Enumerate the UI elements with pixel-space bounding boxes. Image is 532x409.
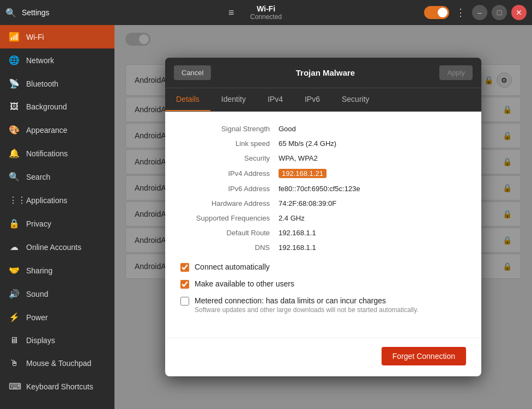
info-label-signal_strength: Signal Strength xyxy=(180,125,279,133)
dialog-footer: Forget Connection xyxy=(165,338,481,376)
info-row-hardware_address: Hardware Address 74:2F:68:08:39:0F xyxy=(180,199,466,207)
sidebar-item-mouse-touchpad[interactable]: 🖱 Mouse & Touchpad xyxy=(0,352,114,375)
sidebar-item-label: Mouse & Touchpad xyxy=(26,359,92,368)
sidebar-item-label: Keyboard Shortcuts xyxy=(26,382,93,391)
titlebar: 🔍 Settings ≡ Wi-Fi Connected ⋮ – □ ✕ xyxy=(0,0,532,25)
sidebar-item-wifi[interactable]: 📶 Wi-Fi xyxy=(0,25,114,48)
sidebar-item-label: Displays xyxy=(26,336,55,345)
titlebar-controls: ⋮ – □ ✕ xyxy=(424,4,527,21)
checkbox-label-connect-auto: Connect automatically xyxy=(195,263,270,271)
sidebar-item-background[interactable]: 🖼 Background xyxy=(0,95,114,118)
info-value-ipv4_address: 192.168.1.21 xyxy=(279,169,327,178)
dialog-body: Signal Strength Good Link speed 65 Mb/s … xyxy=(165,112,481,338)
wifi-status: Connected xyxy=(250,13,282,21)
keyboard-shortcuts-icon: ⌨ xyxy=(9,381,20,392)
sidebar-item-displays[interactable]: 🖥 Displays xyxy=(0,329,114,352)
sidebar-item-bluetooth[interactable]: 📡 Bluetooth xyxy=(0,72,114,95)
sidebar-item-label: Search xyxy=(26,173,50,181)
wifi-icon: 📶 xyxy=(9,32,20,42)
appearance-icon: 🎨 xyxy=(9,125,20,135)
online-accounts-icon: ☁ xyxy=(9,242,20,252)
sidebar-item-network[interactable]: 🌐 Network xyxy=(0,48,114,72)
sidebar-item-label: Appearance xyxy=(26,126,68,135)
applications-icon: ⋮⋮ xyxy=(9,195,20,205)
search-icon[interactable]: 🔍 xyxy=(5,8,16,18)
info-row-default_route: Default Route 192.168.1.1 xyxy=(180,229,466,237)
info-row-signal_strength: Signal Strength Good xyxy=(180,125,466,133)
dialog-cancel-button[interactable]: Cancel xyxy=(174,65,211,80)
sidebar-item-label: Notifications xyxy=(26,149,68,158)
sidebar-item-sharing[interactable]: 🤝 Sharing xyxy=(0,259,114,282)
info-value-ipv6_address: fe80::70cf:6950:cf5c:123e xyxy=(279,185,360,193)
sidebar-item-label: Privacy xyxy=(26,219,51,228)
mouse-touchpad-icon: 🖱 xyxy=(9,358,20,368)
dialog-tab-identity[interactable]: Identity xyxy=(210,88,257,111)
main-layout: 📶 Wi-Fi 🌐 Network 📡 Bluetooth 🖼 Backgrou… xyxy=(0,25,532,409)
info-row-security: Security WPA, WPA2 xyxy=(180,154,466,162)
sidebar-item-label: Sharing xyxy=(26,266,52,275)
close-button[interactable]: ✕ xyxy=(511,5,527,20)
sidebar-item-online-accounts[interactable]: ☁ Online Accounts xyxy=(0,235,114,259)
info-value-link_speed: 65 Mb/s (2.4 GHz) xyxy=(279,139,336,148)
displays-icon: 🖥 xyxy=(9,335,20,345)
sidebar-item-privacy[interactable]: 🔒 Privacy xyxy=(0,212,114,235)
minimize-button[interactable]: – xyxy=(472,5,487,20)
notifications-icon: 🔔 xyxy=(9,148,20,158)
info-value-hardware_address: 74:2F:68:08:39:0F xyxy=(279,199,336,207)
info-row-ipv4_address: IPv4 Address 192.168.1.21 xyxy=(180,169,466,178)
bluetooth-icon: 📡 xyxy=(9,78,20,89)
sidebar-item-label: Sound xyxy=(26,290,48,298)
dialog-tab-ipv4[interactable]: IPv4 xyxy=(257,88,294,111)
checkbox-metered[interactable] xyxy=(180,297,189,306)
dialog-apply-button[interactable]: Apply xyxy=(439,65,473,80)
sidebar-item-search[interactable]: 🔍 Search xyxy=(0,165,114,188)
checkbox-sublabel-metered: Software updates and other large downloa… xyxy=(195,306,419,314)
maximize-button[interactable]: □ xyxy=(492,5,507,20)
info-label-dns: DNS xyxy=(180,243,279,252)
sidebar-item-label: Bluetooth xyxy=(26,80,58,88)
wifi-toggle[interactable] xyxy=(424,6,449,19)
sidebar-item-notifications[interactable]: 🔔 Notifications xyxy=(0,142,114,165)
info-label-ipv4_address: IPv4 Address xyxy=(180,169,279,178)
dialog-overlay: Cancel Trojan Malware Apply DetailsIdent… xyxy=(114,25,532,409)
info-label-default_route: Default Route xyxy=(180,229,279,237)
privacy-icon: 🔒 xyxy=(9,218,20,229)
checkbox-label-available-users: Make available to other users xyxy=(195,279,294,288)
checkbox-connect-auto[interactable] xyxy=(180,263,189,272)
dialog-header: Cancel Trojan Malware Apply xyxy=(165,58,481,88)
dialog-tab-security[interactable]: Security xyxy=(331,88,380,111)
sidebar-item-power[interactable]: ⚡ Power xyxy=(0,306,114,329)
sidebar: 📶 Wi-Fi 🌐 Network 📡 Bluetooth 🖼 Backgrou… xyxy=(0,25,114,409)
search-icon: 🔍 xyxy=(9,172,20,182)
sidebar-item-applications[interactable]: ⋮⋮ Applications xyxy=(0,188,114,212)
info-label-supported_frequencies: Supported Frequencies xyxy=(180,214,279,222)
info-value-security: WPA, WPA2 xyxy=(279,154,318,162)
sidebar-item-appearance[interactable]: 🎨 Appearance xyxy=(0,118,114,142)
forget-connection-button[interactable]: Forget Connection xyxy=(382,347,466,365)
checkbox-row-available-users: Make available to other users xyxy=(180,279,466,289)
info-value-supported_frequencies: 2.4 GHz xyxy=(279,214,305,222)
info-label-link_speed: Link speed xyxy=(180,139,279,148)
background-icon: 🖼 xyxy=(9,102,20,112)
checkbox-label-metered: Metered connection: has data limits or c… xyxy=(195,296,419,305)
wifi-title: Wi-Fi xyxy=(250,4,282,13)
dialog-tabs: DetailsIdentityIPv4IPv6Security xyxy=(165,88,481,112)
more-options-icon[interactable]: ⋮ xyxy=(454,4,468,21)
sidebar-item-sound[interactable]: 🔊 Sound xyxy=(0,282,114,306)
sidebar-item-label: Wi-Fi xyxy=(26,33,44,41)
checkbox-available-users[interactable] xyxy=(180,280,189,289)
dialog-checkboxes: Connect automatically Make available to … xyxy=(180,263,466,314)
checkbox-row-connect-auto: Connect automatically xyxy=(180,263,466,272)
titlebar-center: Wi-Fi Connected xyxy=(250,4,282,21)
network-dialog: Cancel Trojan Malware Apply DetailsIdent… xyxy=(165,58,481,376)
network-icon: 🌐 xyxy=(9,55,20,65)
sidebar-item-label: Applications xyxy=(26,196,68,205)
sound-icon: 🔊 xyxy=(9,289,20,299)
dialog-title: Trojan Malware xyxy=(211,68,439,77)
menu-icon[interactable]: ≡ xyxy=(228,7,234,19)
dialog-tab-ipv6[interactable]: IPv6 xyxy=(294,88,331,111)
sidebar-item-keyboard-shortcuts[interactable]: ⌨ Keyboard Shortcuts xyxy=(0,375,114,398)
power-icon: ⚡ xyxy=(9,312,20,322)
app-title: Settings xyxy=(22,8,50,17)
dialog-tab-details[interactable]: Details xyxy=(165,88,210,111)
